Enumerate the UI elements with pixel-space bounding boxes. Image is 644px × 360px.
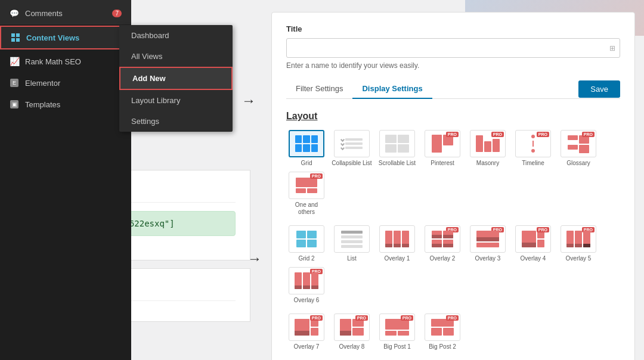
layout-thumb-grid2 bbox=[289, 225, 324, 253]
layout-item-timeline[interactable]: PRO Timeline bbox=[513, 130, 553, 167]
layout-label-overlay7: Overlay 7 bbox=[294, 343, 320, 350]
title-input-icon: ⊞ bbox=[609, 44, 615, 52]
layout-label-grid: Grid bbox=[301, 160, 312, 167]
comments-icon: 💬 bbox=[10, 8, 19, 18]
layout-item-masonry[interactable]: PRO Masonry bbox=[467, 130, 508, 167]
layout-label-list: List bbox=[347, 255, 357, 262]
layout-thumb-overlay5: PRO bbox=[561, 225, 596, 253]
layout-item-overlay3[interactable]: PRO Overlay 3 bbox=[467, 225, 508, 262]
sidebar-item-content-views[interactable]: Content Views bbox=[0, 26, 131, 49]
pro-badge-glossary: PRO bbox=[582, 132, 595, 137]
layout-label-timeline: Timeline bbox=[522, 160, 544, 167]
layout-thumb-overlay8: PRO bbox=[334, 314, 370, 341]
submenu-item-dashboard[interactable]: Dashboard bbox=[119, 25, 233, 46]
save-button[interactable]: Save bbox=[578, 80, 620, 98]
layout-item-overlay2[interactable]: PRO Overlay 2 bbox=[422, 225, 463, 262]
layout-item-glossary[interactable]: PRO Glossary bbox=[558, 130, 599, 167]
layout-item-grid[interactable]: Grid bbox=[286, 130, 327, 167]
elementor-icon: E bbox=[10, 78, 19, 88]
layout-thumb-glossary: PRO bbox=[561, 130, 596, 157]
layout-item-overlay1[interactable]: Overlay 1 bbox=[377, 225, 417, 262]
layout-label-overlay3: Overlay 3 bbox=[475, 255, 501, 262]
layout-thumb-masonry: PRO bbox=[470, 130, 506, 157]
chart-icon: 📈 bbox=[10, 57, 19, 66]
layout-label-masonry: Masonry bbox=[476, 160, 499, 167]
layout-thumb-list bbox=[334, 225, 370, 253]
pro-badge-overlay8: PRO bbox=[355, 315, 368, 321]
layout-item-collapsible[interactable]: Collapsible List bbox=[332, 130, 372, 167]
layout-item-pinterest[interactable]: PRO Pinterest bbox=[422, 130, 463, 167]
submenu: Dashboard All Views Add New Layout Libra… bbox=[119, 25, 233, 132]
layout-grid-row2: Grid 2 List Overlay 1 PRO bbox=[286, 225, 620, 304]
pro-badge-big-post1: PRO bbox=[401, 315, 413, 321]
pro-badge-pinterest: PRO bbox=[446, 132, 459, 137]
sidebar-item-comments[interactable]: 💬 Comments 7 bbox=[0, 0, 131, 24]
title-hint: Enter a name to identify your views easi… bbox=[286, 61, 620, 70]
sidebar-item-label: Elementor bbox=[25, 79, 60, 88]
sidebar: 💬 Comments 7 Content Views 📈 Rank Math S… bbox=[0, 0, 131, 360]
grid-icon bbox=[11, 33, 20, 42]
pro-badge-one-others: PRO bbox=[310, 173, 323, 179]
tabs-row: Filter Settings Display Settings Save bbox=[286, 79, 620, 99]
layout-item-big-post1[interactable]: PRO Big Post 1 bbox=[377, 314, 417, 350]
layout-label-overlay2: Overlay 2 bbox=[430, 255, 456, 262]
title-label: Title bbox=[286, 24, 620, 33]
pro-badge-timeline: PRO bbox=[537, 132, 549, 137]
layout-label-overlay6: Overlay 6 bbox=[294, 297, 320, 304]
layout-thumb-overlay6: PRO bbox=[289, 267, 324, 294]
sidebar-item-label: Comments bbox=[25, 9, 63, 18]
layout-label-overlay5: Overlay 5 bbox=[566, 255, 592, 262]
layout-label-grid2: Grid 2 bbox=[298, 255, 314, 262]
layout-item-overlay6[interactable]: PRO Overlay 6 bbox=[286, 267, 327, 304]
layout-thumb-overlay2: PRO bbox=[425, 225, 460, 253]
layout-item-overlay7[interactable]: PRO Overlay 7 bbox=[286, 314, 327, 350]
submenu-item-add-new[interactable]: Add New bbox=[119, 67, 233, 90]
layout-item-overlay4[interactable]: PRO Overlay 4 bbox=[513, 225, 553, 262]
layout-thumb-timeline: PRO bbox=[515, 130, 551, 157]
layout-thumb-scrollable bbox=[379, 130, 415, 157]
layout-label-one-others: One and others bbox=[286, 201, 327, 216]
sidebar-item-label: Rank Math SEO bbox=[25, 57, 81, 66]
submenu-item-settings[interactable]: Settings bbox=[119, 111, 233, 132]
submenu-item-layout-library[interactable]: Layout Library bbox=[119, 90, 233, 111]
layout-label-glossary: Glossary bbox=[566, 160, 590, 167]
layout-thumb-overlay4: PRO bbox=[515, 225, 551, 253]
layout-thumb-pinterest: PRO bbox=[425, 130, 460, 157]
layout-label-overlay8: Overlay 8 bbox=[339, 343, 365, 350]
sidebar-item-elementor[interactable]: E Elementor bbox=[0, 72, 131, 94]
sidebar-item-templates[interactable]: ▣ Templates bbox=[0, 94, 131, 115]
title-input-wrap: ⊞ bbox=[286, 38, 620, 58]
layout-item-list[interactable]: List bbox=[332, 225, 372, 262]
submenu-item-all-views[interactable]: All Views bbox=[119, 46, 233, 67]
layout-thumb-collapsible bbox=[334, 130, 370, 157]
tab-display-settings[interactable]: Display Settings bbox=[352, 79, 432, 99]
pro-badge-overlay4: PRO bbox=[537, 227, 549, 232]
sidebar-item-label: Content Views bbox=[26, 33, 79, 42]
layout-label-overlay1: Overlay 1 bbox=[385, 255, 410, 262]
layout-item-overlay5[interactable]: PRO Overlay 5 bbox=[558, 225, 599, 262]
layout-thumb-overlay7: PRO bbox=[289, 314, 324, 341]
tab-filter-settings[interactable]: Filter Settings bbox=[286, 79, 352, 99]
main-panel: Title ⊞ Enter a name to identify your vi… bbox=[271, 12, 635, 360]
layout-item-one-others[interactable]: PRO One and others bbox=[286, 172, 327, 216]
layout-label-overlay4: Overlay 4 bbox=[521, 255, 546, 262]
layout-item-big-post2[interactable]: PRO Big Post 2 bbox=[422, 314, 463, 350]
layout-label-scrollable: Scrollable List bbox=[379, 160, 416, 167]
layout-thumb-big-post1: PRO bbox=[379, 314, 415, 341]
layout-item-grid2[interactable]: Grid 2 bbox=[286, 225, 327, 262]
templates-icon: ▣ bbox=[10, 100, 19, 109]
layout-item-scrollable[interactable]: Scrollable List bbox=[377, 130, 417, 167]
layout-thumb-overlay3: PRO bbox=[470, 225, 506, 253]
layout-label-big-post2: Big Post 2 bbox=[429, 343, 456, 350]
layout-label-collapsible: Collapsible List bbox=[332, 160, 371, 167]
sidebar-item-rank-math[interactable]: 📈 Rank Math SEO bbox=[0, 51, 131, 72]
layout-item-overlay8[interactable]: PRO Overlay 8 bbox=[332, 314, 372, 350]
sidebar-item-label: Templates bbox=[25, 100, 60, 109]
arrow-add-new: → bbox=[242, 92, 256, 109]
layout-thumb-grid bbox=[289, 130, 324, 157]
layout-thumb-big-post2: PRO bbox=[425, 314, 460, 341]
title-input[interactable] bbox=[286, 38, 620, 58]
layout-grid-row3: PRO Overlay 7 PRO bbox=[286, 314, 620, 350]
pro-badge-big-post2: PRO bbox=[446, 315, 459, 321]
layout-thumb-one-others: PRO bbox=[289, 172, 324, 199]
